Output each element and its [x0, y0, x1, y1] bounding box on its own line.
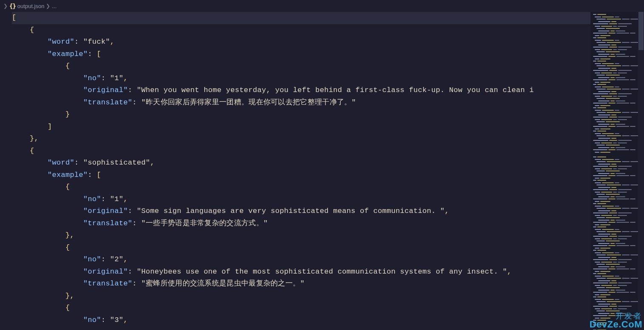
code-line[interactable]: {	[12, 24, 590, 36]
code-line[interactable]: ]	[12, 121, 590, 133]
minimap-line	[590, 32, 644, 34]
minimap-line	[590, 182, 644, 184]
minimap-line	[590, 245, 644, 246]
minimap-line	[590, 231, 644, 232]
minimap-line	[590, 67, 644, 69]
minimap-line	[590, 261, 644, 263]
code-line[interactable]: "example": [	[12, 169, 590, 182]
minimap-line	[590, 37, 644, 39]
json-file-icon: {}	[9, 3, 16, 9]
code-line[interactable]: },	[12, 229, 590, 242]
code-line[interactable]: {	[12, 181, 590, 193]
code-line[interactable]: "translate": "一些手势语是非常复杂的交流方式。"	[12, 218, 590, 230]
minimap-line	[590, 70, 644, 71]
code-line[interactable]: {	[12, 242, 590, 254]
minimap-line	[590, 313, 644, 314]
minimap-line	[590, 291, 644, 293]
minimap-line	[590, 93, 644, 95]
minimap-line	[590, 84, 644, 85]
minimap-line	[590, 233, 644, 235]
code-line[interactable]: "no": "2",	[12, 254, 590, 266]
minimap-line	[590, 271, 644, 272]
code-line[interactable]: },	[12, 133, 590, 145]
code-line[interactable]: "word": "sophisticated",	[12, 157, 590, 169]
minimap-line	[590, 289, 644, 291]
code-line[interactable]: "original": "When you went home yesterda…	[12, 84, 590, 97]
code-line[interactable]: {	[12, 145, 590, 157]
code-line[interactable]: [	[12, 12, 590, 24]
code-line[interactable]: "no": "1",	[12, 73, 590, 85]
minimap-line	[590, 224, 644, 226]
minimap-line	[590, 310, 644, 312]
code-line[interactable]: "original": "Honeybees use one of the mo…	[12, 266, 590, 278]
minimap-line	[590, 263, 644, 265]
code-line[interactable]: "translate": "昨天你回家后弄得家里一团糟。现在你可以去把它整理干净…	[12, 97, 590, 109]
minimap-line	[590, 149, 644, 151]
code-line[interactable]: "example": [	[12, 48, 590, 61]
minimap-line	[590, 112, 644, 113]
minimap-line	[590, 238, 644, 240]
minimap-line	[590, 170, 644, 172]
minimap-line	[590, 135, 644, 137]
minimap-line	[590, 296, 644, 298]
scrollbar-vertical[interactable]	[638, 12, 644, 330]
minimap-line	[590, 287, 644, 288]
breadcrumb-file[interactable]: output.json	[17, 3, 45, 9]
minimap-line	[590, 51, 644, 53]
minimap-line	[590, 114, 644, 116]
minimap[interactable]	[590, 12, 644, 330]
code-line[interactable]: "original": "Some sign languages are ver…	[12, 205, 590, 218]
code-line[interactable]: "no": "1",	[12, 193, 590, 206]
minimap-line	[590, 156, 644, 158]
minimap-line	[590, 193, 644, 195]
minimap-line	[590, 273, 644, 274]
minimap-line	[590, 128, 644, 130]
minimap-line	[590, 39, 644, 41]
minimap-line	[590, 133, 644, 134]
code-line[interactable]: {	[12, 60, 590, 73]
minimap-line	[590, 21, 644, 22]
minimap-line	[590, 280, 644, 282]
code-editor[interactable]: [ { "word": "fuck", "example": [ { "no":…	[0, 12, 590, 330]
minimap-line	[590, 179, 644, 181]
minimap-line	[590, 142, 644, 144]
minimap-line	[590, 56, 644, 57]
scrollbar-thumb[interactable]	[638, 12, 644, 50]
minimap-line	[590, 203, 644, 204]
chevron-right-icon: ❯	[3, 3, 8, 9]
minimap-line	[590, 305, 644, 307]
breadcrumb[interactable]: ❯ {} output.json ❯ ...	[0, 0, 644, 12]
minimap-line	[590, 308, 644, 310]
minimap-line	[590, 161, 644, 162]
minimap-line	[590, 175, 644, 176]
minimap-line	[590, 109, 644, 111]
minimap-line	[590, 196, 644, 198]
breadcrumb-segment[interactable]: ...	[52, 3, 56, 9]
minimap-line	[590, 299, 644, 300]
minimap-line	[590, 294, 644, 296]
minimap-line	[590, 205, 644, 207]
minimap-line	[590, 28, 644, 29]
minimap-line	[590, 25, 644, 27]
minimap-line	[590, 91, 644, 92]
minimap-line	[590, 81, 644, 83]
code-line[interactable]: "word": "fuck",	[12, 36, 590, 48]
minimap-line	[590, 18, 644, 20]
minimap-line	[590, 315, 644, 316]
code-line[interactable]: "translate": "蜜蜂所使用的交流系统是昆虫中最复杂的之一。"	[12, 278, 590, 290]
code-line[interactable]: }	[12, 109, 590, 121]
code-line[interactable]: },	[12, 290, 590, 302]
minimap-line	[590, 63, 644, 64]
code-line[interactable]: {	[12, 302, 590, 314]
minimap-line	[590, 53, 644, 55]
minimap-line	[590, 317, 644, 319]
minimap-line	[590, 226, 644, 228]
code-line[interactable]: "no": "3",	[12, 314, 590, 327]
minimap-line	[590, 177, 644, 179]
minimap-line	[590, 42, 644, 43]
minimap-line	[590, 60, 644, 62]
minimap-line	[590, 268, 644, 270]
minimap-line	[590, 77, 644, 78]
minimap-line	[590, 207, 644, 209]
minimap-line	[590, 257, 644, 258]
